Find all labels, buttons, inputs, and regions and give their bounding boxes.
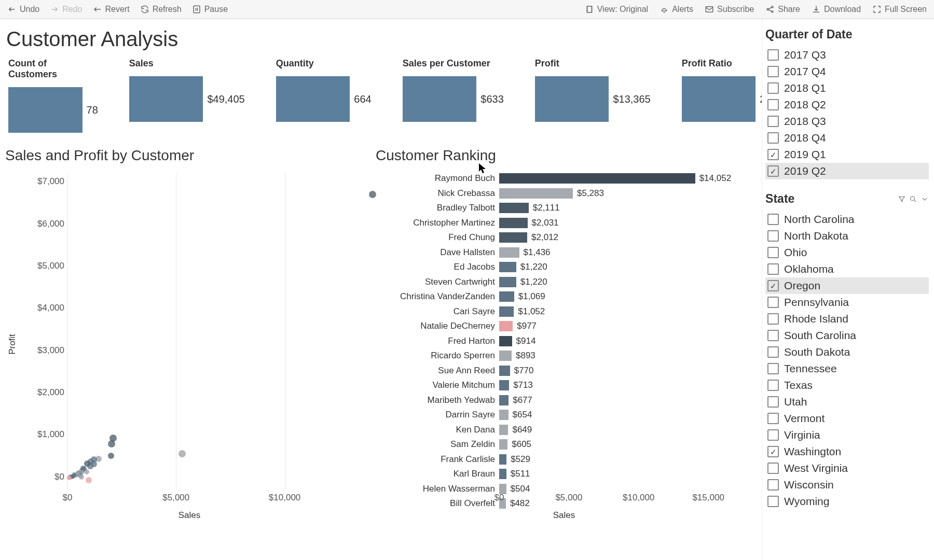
- checkbox-icon[interactable]: [767, 230, 779, 242]
- ranking-row[interactable]: Nick Crebassa $5,283: [376, 186, 749, 201]
- filter-item[interactable]: Oregon: [765, 277, 929, 294]
- scatter-point[interactable]: [178, 450, 186, 457]
- filter-item[interactable]: 2018 Q2: [765, 96, 929, 113]
- ranking-row[interactable]: Christina VanderZanden $1,069: [376, 289, 749, 304]
- checkbox-icon[interactable]: [767, 429, 779, 441]
- checkbox-icon[interactable]: [767, 496, 779, 507]
- filter-item[interactable]: Vermont: [765, 410, 929, 427]
- ranking-row[interactable]: Sue Ann Reed $770: [376, 363, 749, 379]
- filter-item[interactable]: Washington: [765, 443, 929, 460]
- filter-item[interactable]: Virginia: [765, 427, 929, 443]
- checkbox-icon[interactable]: [767, 280, 779, 291]
- filter-item[interactable]: Texas: [765, 377, 929, 394]
- filter-item[interactable]: 2018 Q1: [765, 80, 929, 96]
- share-button[interactable]: Share: [765, 5, 800, 14]
- checkbox-icon[interactable]: [767, 363, 779, 374]
- ranking-row[interactable]: Steven Cartwright $1,220: [376, 275, 749, 290]
- checkbox-icon[interactable]: [767, 116, 779, 127]
- ranking-row[interactable]: Darrin Sayre $654: [376, 408, 749, 423]
- kpi-tile[interactable]: Profit $13,365: [535, 58, 651, 133]
- checkbox-icon[interactable]: [767, 149, 779, 160]
- pause-button[interactable]: Pause: [192, 5, 228, 14]
- checkbox-icon[interactable]: [767, 463, 779, 474]
- checkbox-icon[interactable]: [767, 479, 779, 491]
- filter-item[interactable]: Pennsylvania: [765, 294, 929, 311]
- alerts-button[interactable]: Alerts: [660, 5, 693, 14]
- scatter-point[interactable]: [86, 477, 92, 483]
- filter-item[interactable]: 2018 Q4: [765, 130, 929, 146]
- subscribe-button[interactable]: Subscribe: [705, 5, 754, 14]
- ranking-row[interactable]: Ricardo Sperren $893: [376, 348, 749, 363]
- filter-item[interactable]: Wyoming: [765, 493, 929, 510]
- ranking-row[interactable]: Raymond Buch $14,052: [376, 171, 749, 186]
- checkbox-icon[interactable]: [767, 446, 779, 457]
- ranking-row[interactable]: Dave Hallsten $1,436: [376, 245, 749, 260]
- checkbox-icon[interactable]: [767, 330, 779, 341]
- filter-item[interactable]: 2019 Q2: [765, 163, 929, 179]
- checkbox-icon[interactable]: [767, 99, 779, 110]
- filter-item[interactable]: 2019 Q1: [765, 146, 929, 163]
- ranking-row[interactable]: Cari Sayre $1,052: [376, 304, 749, 319]
- checkbox-icon[interactable]: [767, 396, 779, 408]
- filter-item[interactable]: Ohio: [765, 244, 929, 261]
- filter-item[interactable]: West Virginia: [765, 460, 929, 477]
- ranking-row[interactable]: Ken Dana $649: [376, 423, 749, 438]
- checkbox-icon[interactable]: [767, 297, 779, 308]
- ranking-row[interactable]: Christopher Martinez $2,031: [376, 216, 749, 231]
- kpi-tile[interactable]: Quantity 664: [276, 58, 372, 133]
- filter-item[interactable]: 2017 Q4: [765, 63, 929, 80]
- filters-sidebar[interactable]: Quarter of Date 2017 Q3 2017 Q4 2018 Q1 …: [762, 19, 934, 560]
- filter-item[interactable]: 2017 Q3: [765, 47, 929, 63]
- filter-item[interactable]: 2018 Q3: [765, 113, 929, 130]
- filter-item[interactable]: Wisconsin: [765, 477, 929, 493]
- ranking-row[interactable]: Sam Zeldin $605: [376, 437, 749, 452]
- fullscreen-button[interactable]: Full Screen: [872, 5, 927, 14]
- ranking-row[interactable]: Natalie DeCherney $977: [376, 319, 749, 334]
- kpi-tile[interactable]: Sales per Customer $633: [403, 58, 504, 133]
- filter-item[interactable]: Rhode Island: [765, 311, 929, 327]
- checkbox-icon[interactable]: [767, 413, 779, 424]
- scatter-chart[interactable]: Profit Sales $0$1,000$2,000$3,000$4,000$…: [5, 168, 374, 521]
- ranking-row[interactable]: Ed Jacobs $1,220: [376, 260, 749, 275]
- revert-button[interactable]: Revert: [93, 5, 130, 14]
- checkbox-icon[interactable]: [767, 82, 779, 94]
- filter-item[interactable]: Tennessee: [765, 360, 929, 377]
- filter-item[interactable]: South Dakota: [765, 344, 929, 360]
- ranking-row[interactable]: Frank Carlisle $529: [376, 452, 749, 467]
- scatter-point[interactable]: [108, 453, 114, 459]
- filter-item[interactable]: Oklahoma: [765, 261, 929, 277]
- ranking-chart[interactable]: Raymond Buch $14,052 Nick Crebassa $5,28…: [376, 168, 752, 521]
- checkbox-icon[interactable]: [767, 313, 779, 325]
- checkbox-icon[interactable]: [767, 380, 779, 391]
- kpi-tile[interactable]: Profit Ratio 27.1%: [682, 58, 762, 133]
- kpi-tile[interactable]: Sales $49,405: [129, 58, 245, 133]
- refresh-button[interactable]: Refresh: [140, 5, 182, 14]
- scatter-point[interactable]: [84, 460, 90, 467]
- scatter-point[interactable]: [67, 475, 71, 480]
- view-button[interactable]: View: Original: [585, 5, 648, 14]
- scatter-point[interactable]: [108, 440, 115, 447]
- filter-item[interactable]: North Dakota: [765, 228, 929, 244]
- kpi-tile[interactable]: Count of Customers 78: [8, 58, 98, 133]
- download-button[interactable]: Download: [812, 5, 861, 14]
- checkbox-icon[interactable]: [767, 66, 779, 77]
- checkbox-icon[interactable]: [767, 165, 779, 177]
- checkbox-icon[interactable]: [767, 346, 779, 358]
- search-icon[interactable]: [909, 195, 917, 203]
- checkbox-icon[interactable]: [767, 263, 779, 275]
- ranking-row[interactable]: Maribeth Yedwab $677: [376, 393, 749, 408]
- checkbox-icon[interactable]: [767, 247, 779, 258]
- checkbox-icon[interactable]: [767, 132, 779, 144]
- ranking-row[interactable]: Valerie Mitchum $713: [376, 378, 749, 393]
- ranking-row[interactable]: Fred Harton $914: [376, 334, 749, 349]
- undo-button[interactable]: Undo: [7, 5, 39, 14]
- ranking-row[interactable]: Bradley Talbott $2,111: [376, 201, 749, 216]
- checkbox-icon[interactable]: [767, 49, 779, 61]
- redo-button[interactable]: Redo: [50, 5, 82, 14]
- filter-item[interactable]: South Carolina: [765, 327, 929, 344]
- ranking-row[interactable]: Karl Braun $511: [376, 467, 749, 482]
- ranking-row[interactable]: Fred Chung $2,012: [376, 230, 749, 245]
- funnel-icon[interactable]: [898, 195, 906, 203]
- checkbox-icon[interactable]: [767, 214, 779, 225]
- chevron-down-icon[interactable]: [921, 195, 929, 203]
